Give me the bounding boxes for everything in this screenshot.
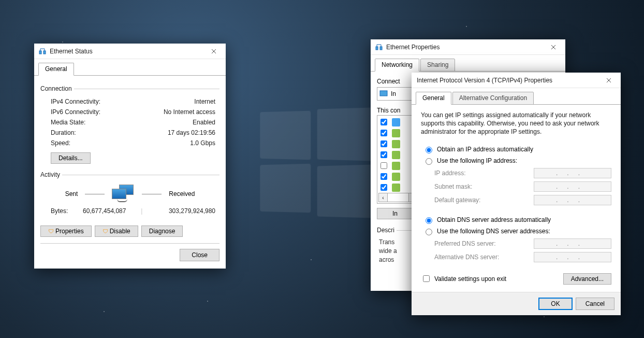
computer-icon xyxy=(112,185,135,203)
activity-group: Activity Sent Received Bytes: 60,677,454… xyxy=(40,171,219,216)
sent-label: Sent xyxy=(65,190,78,198)
windows-logo xyxy=(259,111,373,215)
bytes-sent: 60,677,454,087 xyxy=(68,207,141,215)
bytes-received: 303,279,924,980 xyxy=(142,207,215,215)
received-label: Received xyxy=(169,190,195,198)
close-button[interactable] xyxy=(601,73,617,88)
ethernet-status-window: Ethernet Status General Connection IPv4 … xyxy=(34,44,226,269)
gateway-field: ... xyxy=(534,195,611,205)
tab-networking[interactable]: Networking xyxy=(375,59,419,72)
protocol-checkbox[interactable] xyxy=(380,184,387,191)
protocol-icon xyxy=(392,129,400,137)
cancel-button[interactable]: Cancel xyxy=(576,298,614,310)
close-button[interactable] xyxy=(546,39,561,55)
pref-dns-label: Preferred DNS server: xyxy=(434,240,534,247)
subnet-field: ... xyxy=(534,181,611,192)
tabstrip: General xyxy=(34,59,226,76)
diagnose-button[interactable]: Diagnose xyxy=(141,226,183,237)
svg-rect-2 xyxy=(376,47,378,50)
radio-ip-auto[interactable]: Obtain an IP address automatically xyxy=(421,144,611,155)
radio-ip-manual[interactable]: Use the following IP address: xyxy=(421,155,611,166)
radio-dns-manual-input[interactable] xyxy=(426,229,432,235)
radio-ip-auto-input[interactable] xyxy=(426,147,432,153)
svg-rect-4 xyxy=(380,91,387,96)
details-button[interactable]: Details... xyxy=(51,152,91,164)
validate-checkbox[interactable]: Validate settings upon exit xyxy=(421,273,506,284)
adapter-icon xyxy=(379,90,388,98)
radio-dns-manual[interactable]: Use the following DNS server addresses: xyxy=(421,226,611,237)
radio-dns-auto-input[interactable] xyxy=(426,217,432,224)
activity-heading: Activity xyxy=(40,171,62,178)
titlebar[interactable]: Internet Protocol Version 4 (TCP/IPv4) P… xyxy=(412,73,621,88)
radio-ip-manual-input[interactable] xyxy=(426,158,432,165)
protocol-checkbox[interactable] xyxy=(380,173,387,180)
ip-address-label: IP address: xyxy=(434,170,534,177)
activity-diagram: Sent Received xyxy=(40,182,219,205)
ip-address-field: ... xyxy=(534,168,611,178)
protocol-checkbox[interactable] xyxy=(380,151,387,158)
tab-general[interactable]: General xyxy=(416,92,451,105)
duration-label: Duration: xyxy=(51,129,76,136)
svg-rect-1 xyxy=(43,51,46,54)
media-value: Enabled xyxy=(193,119,215,126)
speed-label: Speed: xyxy=(51,139,70,147)
install-button[interactable]: In xyxy=(377,208,413,219)
protocol-checkbox[interactable] xyxy=(380,140,387,147)
connection-group: Connection IPv4 Connectivity:Internet IP… xyxy=(40,85,219,166)
ipv4-properties-window: Internet Protocol Version 4 (TCP/IPv4) P… xyxy=(412,73,621,315)
subnet-label: Subnet mask: xyxy=(434,183,534,190)
window-title: Internet Protocol Version 4 (TCP/IPv4) P… xyxy=(416,77,601,84)
disable-button[interactable]: Disable xyxy=(95,226,138,237)
connection-heading: Connection xyxy=(40,85,74,92)
ethernet-icon xyxy=(375,43,383,51)
alt-dns-field: ... xyxy=(534,252,611,262)
duration-value: 17 days 02:19:56 xyxy=(168,129,215,136)
close-button[interactable] xyxy=(206,44,222,59)
titlebar[interactable]: Ethernet Properties xyxy=(371,39,565,55)
protocol-icon xyxy=(392,184,400,192)
ipv4-label: IPv4 Connectivity: xyxy=(51,98,100,105)
tab-sharing[interactable]: Sharing xyxy=(420,59,455,72)
titlebar[interactable]: Ethernet Status xyxy=(34,44,226,59)
ipv4-value: Internet xyxy=(194,98,215,105)
description-text: Trans wide a acros xyxy=(377,238,408,264)
tab-alt-config[interactable]: Alternative Configuration xyxy=(452,92,534,105)
ipv6-label: IPv6 Connectivity: xyxy=(51,108,100,116)
protocol-checkbox[interactable] xyxy=(380,119,387,125)
bytes-label: Bytes: xyxy=(51,207,68,215)
protocol-icon xyxy=(392,173,400,181)
svg-rect-3 xyxy=(380,47,382,50)
radio-dns-auto[interactable]: Obtain DNS server address automatically xyxy=(421,214,611,226)
protocol-icon xyxy=(392,162,400,170)
alt-dns-label: Alternative DNS server: xyxy=(434,254,534,261)
advanced-button[interactable]: Advanced... xyxy=(563,273,611,285)
validate-checkbox-input[interactable] xyxy=(423,275,430,282)
properties-button[interactable]: Properties xyxy=(40,226,92,237)
media-label: Media State: xyxy=(51,119,85,126)
protocol-icon xyxy=(392,140,400,148)
ok-button[interactable]: OK xyxy=(538,298,572,310)
pref-dns-field: ... xyxy=(534,238,611,249)
protocol-checkbox[interactable] xyxy=(380,162,387,169)
tab-general[interactable]: General xyxy=(38,63,74,76)
window-title: Ethernet Status xyxy=(50,48,206,55)
svg-rect-0 xyxy=(39,51,41,54)
ethernet-icon xyxy=(38,47,47,55)
protocol-icon xyxy=(392,118,400,126)
gateway-label: Default gateway: xyxy=(434,196,534,204)
adapter-name: In xyxy=(391,90,396,97)
protocol-checkbox[interactable] xyxy=(380,130,387,136)
close-button-bottom[interactable]: Close xyxy=(180,249,219,261)
ip-blurb: You can get IP settings assigned automat… xyxy=(421,111,611,136)
description-heading: Descri xyxy=(377,227,397,234)
ipv6-value: No Internet access xyxy=(164,108,215,116)
protocol-icon xyxy=(392,151,400,159)
speed-value: 1.0 Gbps xyxy=(190,139,215,147)
window-title: Ethernet Properties xyxy=(386,44,546,51)
scroll-left-icon[interactable]: ‹ xyxy=(378,193,388,202)
